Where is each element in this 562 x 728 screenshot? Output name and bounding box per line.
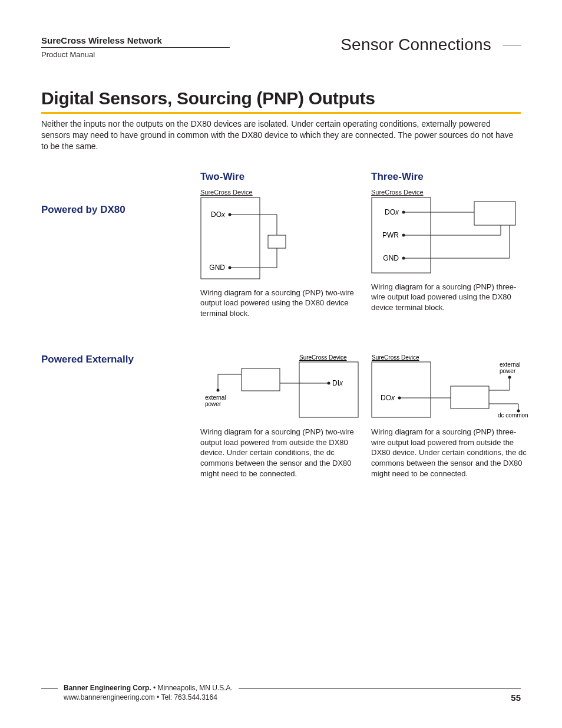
svg-text:DOx: DOx xyxy=(381,394,395,402)
device-label: SureCross Device xyxy=(200,189,253,196)
footer-loc: • Minneapolis, MN U.S.A. xyxy=(151,684,233,692)
diagram-dx80-two-wire: DOx GND xyxy=(200,197,306,279)
pin-gnd: GND xyxy=(383,254,399,262)
diagram-grid-row2: Powered Externally SureCross Device DIx xyxy=(41,354,521,479)
doc-subtitle: Product Manual xyxy=(41,50,340,59)
doc-title: SureCross Wireless Network xyxy=(41,35,230,48)
svg-point-35 xyxy=(508,376,511,379)
caption-external-three-wire: Wiring diagram for a sourcing (PNP) thre… xyxy=(371,427,527,479)
cell-dx80-three-wire: SureCross Device DOx PWR GND xyxy=(371,186,536,319)
page-number: 55 xyxy=(511,693,521,703)
svg-rect-31 xyxy=(451,386,489,409)
svg-rect-6 xyxy=(268,235,286,248)
pin-dox-suffix: x xyxy=(391,394,395,402)
caption-dx80-three-wire: Wiring diagram for a sourcing (PNP) thre… xyxy=(371,282,527,313)
row-label-powered-externally: Powered Externally xyxy=(41,354,194,479)
diagram-external-three-wire: SureCross Device DOx externalpower xyxy=(371,354,536,419)
svg-rect-19 xyxy=(474,202,515,225)
diagram-grid-row1: Two-Wire Three-Wire Powered by DX80 Sure… xyxy=(41,171,521,319)
col-heading-three-wire: Three-Wire xyxy=(371,171,536,183)
accent-rule xyxy=(41,112,521,114)
pin-dix: DI xyxy=(332,379,339,387)
cell-dx80-two-wire: SureCross Device DOx GND xyxy=(200,186,365,319)
section-name: Sensor Connections xyxy=(340,35,491,54)
cell-external-two-wire: SureCross Device DIx externalpower Wi xyxy=(200,354,365,479)
device-label: SureCross Device xyxy=(372,354,419,361)
page-header: SureCross Wireless Network Product Manua… xyxy=(41,35,521,59)
pin-dox-suffix: x xyxy=(221,210,226,219)
label-dc-common: dc common xyxy=(498,412,528,419)
intro-paragraph: Neither the inputs nor the outputs on th… xyxy=(41,118,521,152)
cell-external-three-wire: SureCross Device DOx externalpower xyxy=(371,354,536,479)
pin-dox: DO xyxy=(385,208,395,216)
svg-rect-23 xyxy=(242,368,280,391)
device-label: SureCross Device xyxy=(371,189,424,196)
page-footer: Banner Engineering Corp. • Minneapolis, … xyxy=(41,684,521,701)
pin-pwr: PWR xyxy=(382,231,399,239)
pin-dox-suffix: x xyxy=(395,208,399,216)
svg-rect-28 xyxy=(372,362,431,417)
label-external-power: externalpower xyxy=(500,361,521,374)
svg-text:DOx: DOx xyxy=(385,208,399,216)
pin-gnd: GND xyxy=(209,263,225,272)
pin-dox: DO xyxy=(381,394,391,402)
col-heading-two-wire: Two-Wire xyxy=(200,171,365,183)
pin-dox: DO xyxy=(211,210,222,219)
device-label: SureCross Device xyxy=(299,354,347,361)
pin-dix-suffix: x xyxy=(339,379,343,387)
row-label-powered-dx80: Powered by DX80 xyxy=(41,186,194,319)
diagram-dx80-three-wire: DOx PWR GND xyxy=(371,197,518,274)
svg-rect-20 xyxy=(299,362,358,417)
header-rule xyxy=(503,45,521,45)
caption-dx80-two-wire: Wiring diagram for a sourcing (PNP) two-… xyxy=(200,288,356,319)
footer-contact: www.bannerengineering.com • Tel: 763.544… xyxy=(64,693,521,701)
footer-corp: Banner Engineering Corp. xyxy=(64,684,151,692)
label-external-power: externalpower xyxy=(205,394,226,407)
svg-point-27 xyxy=(217,389,220,392)
svg-text:DOx: DOx xyxy=(211,210,226,219)
caption-external-two-wire: Wiring diagram for a sourcing (PNP) two-… xyxy=(200,427,356,479)
svg-text:DIx: DIx xyxy=(332,379,343,387)
diagram-external-two-wire: SureCross Device DIx externalpower xyxy=(200,354,359,419)
page-title: Digital Sensors, Sourcing (PNP) Outputs xyxy=(41,88,521,108)
